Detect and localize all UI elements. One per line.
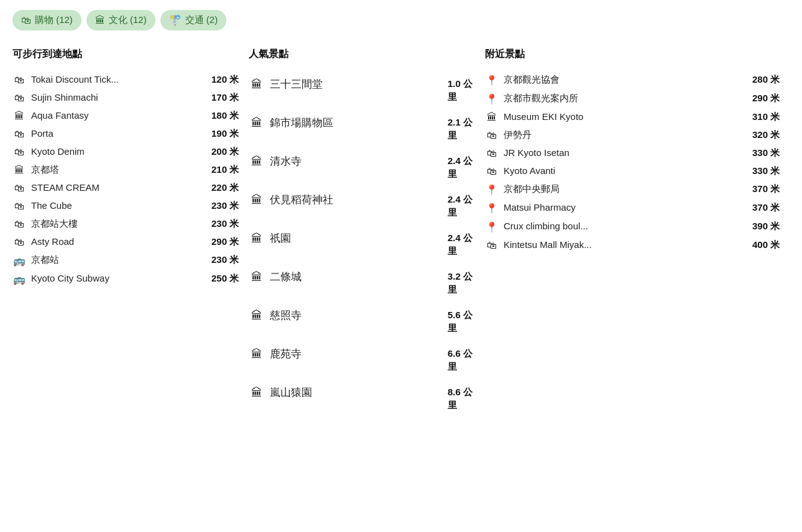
list-item[interactable]: 📍 京都觀光協會 280 米 <box>485 71 790 89</box>
list-item[interactable]: 📍 京都中央郵局 370 米 <box>485 180 790 199</box>
poi-name: 京都觀光協會 <box>504 74 747 86</box>
poi-distance: 320 米 <box>752 129 790 141</box>
poi-distance: 210 米 <box>211 164 249 176</box>
popular-header: 人氣景點 <box>249 48 485 61</box>
pin-icon: 📍 <box>485 221 499 233</box>
poi-distance: 390 米 <box>752 221 790 232</box>
list-item[interactable]: 🛍 京都站大樓 230 米 <box>12 215 249 233</box>
pin-icon: 📍 <box>485 93 499 105</box>
list-item[interactable]: 🏛 二條城 3.2 公 里 <box>249 264 485 302</box>
list-item[interactable]: 🚌 Kyoto City Subway 250 米 <box>12 270 249 288</box>
poi-name: Kyoto City Subway <box>31 273 206 283</box>
list-item[interactable]: 🏛 嵐山猿園 8.6 公 里 <box>249 379 485 418</box>
shopping-icon: 🛍 <box>12 75 26 86</box>
list-item[interactable]: 🛍 Sujin Shinmachi 170 米 <box>12 89 249 107</box>
list-item[interactable]: 🏛 三十三間堂 1.0 公 里 <box>249 71 485 109</box>
culture-icon: 🏛 <box>249 117 265 130</box>
list-item[interactable]: 🛍 The Cube 230 米 <box>12 197 249 215</box>
poi-distance: 280 米 <box>752 74 790 86</box>
shopping-icon: 🛍 <box>12 93 26 104</box>
poi-distance: 200 米 <box>211 146 249 158</box>
list-item[interactable]: 🛍 Kyoto Denim 200 米 <box>12 143 249 161</box>
poi-distance: 170 米 <box>211 92 249 104</box>
poi-distance: 290 米 <box>752 93 790 104</box>
poi-name: JR Kyoto Isetan <box>504 147 747 158</box>
poi-name: 祇園 <box>270 231 443 245</box>
adjacent-list: 📍 京都觀光協會 280 米 📍 京都市觀光案内所 290 米 🏛 Museum… <box>485 71 790 254</box>
nearby-header: 可步行到達地點 <box>12 48 249 61</box>
list-item[interactable]: 🏛 清水寺 2.4 公 里 <box>249 148 485 186</box>
poi-name: 京都塔 <box>31 164 206 176</box>
poi-name: 伊勢丹 <box>504 129 747 141</box>
tab-culture[interactable]: 🏛 文化 (12) <box>86 10 155 30</box>
shopping-icon: 🛍 <box>12 237 26 248</box>
tab-bar: 🛍 購物 (12) 🏛 文化 (12) 🚏 交通 (2) <box>12 10 790 30</box>
list-item[interactable]: 🏛 Aqua Fantasy 180 米 <box>12 107 249 125</box>
poi-name: Porta <box>31 128 206 139</box>
poi-name: Kintetsu Mall Miyak... <box>504 239 747 250</box>
poi-name: 京都站 <box>31 254 206 266</box>
poi-name: 嵐山猿園 <box>270 385 443 400</box>
shopping-icon: 🛍 <box>485 148 499 159</box>
list-item[interactable]: 🛍 Tokai Discount Tick... 120 米 <box>12 71 249 89</box>
poi-name: 三十三間堂 <box>270 77 443 91</box>
poi-name: 京都中央郵局 <box>504 183 747 195</box>
poi-name: 二條城 <box>270 270 443 284</box>
poi-distance: 190 米 <box>211 128 249 140</box>
main-content: 可步行到達地點 🛍 Tokai Discount Tick... 120 米 🛍… <box>12 48 790 418</box>
culture-icon: 🏛 <box>249 348 265 361</box>
poi-distance: 120 米 <box>211 74 249 86</box>
culture-icon: 🏛 <box>12 165 26 176</box>
poi-name: Crux climbing boul... <box>504 221 747 231</box>
list-item[interactable]: 🛍 JR Kyoto Isetan 330 米 <box>485 144 790 162</box>
nearby-list: 🛍 Tokai Discount Tick... 120 米 🛍 Sujin S… <box>12 71 249 288</box>
list-item[interactable]: 🏛 Museum EKI Kyoto 310 米 <box>485 108 790 126</box>
poi-distance: 370 米 <box>752 202 790 214</box>
tab-transport-label: 交通 (2) <box>185 14 218 26</box>
culture-icon: 🏛 <box>249 194 265 207</box>
poi-name: 慈照寺 <box>270 308 443 323</box>
culture-icon: 🏛 <box>249 232 265 245</box>
list-item[interactable]: 🛍 STEAM CREAM 220 米 <box>12 179 249 197</box>
poi-distance: 310 米 <box>752 111 790 123</box>
list-item[interactable]: 🏛 錦市場購物區 2.1 公 里 <box>249 109 485 148</box>
shopping-icon: 🛍 <box>21 15 31 26</box>
poi-distance: 290 米 <box>211 236 249 248</box>
list-item[interactable]: 🚌 京都站 230 米 <box>12 251 249 270</box>
poi-name: Sujin Shinmachi <box>31 92 206 103</box>
poi-distance: 5.6 公 里 <box>448 308 485 334</box>
poi-name: 京都站大樓 <box>31 218 206 230</box>
list-item[interactable]: 🏛 京都塔 210 米 <box>12 161 249 179</box>
list-item[interactable]: 🛍 Asty Road 290 米 <box>12 233 249 251</box>
shopping-icon: 🛍 <box>12 183 26 194</box>
tab-shopping[interactable]: 🛍 購物 (12) <box>12 10 81 30</box>
list-item[interactable]: 🛍 Kintetsu Mall Miyak... 400 米 <box>485 236 790 254</box>
poi-name: Kyoto Denim <box>31 146 206 157</box>
shopping-icon: 🛍 <box>12 219 26 230</box>
list-item[interactable]: 🏛 鹿苑寺 6.6 公 里 <box>249 341 485 379</box>
list-item[interactable]: 🏛 伏見稻荷神社 2.4 公 里 <box>249 186 485 225</box>
poi-distance: 250 米 <box>211 273 249 285</box>
tab-transport[interactable]: 🚏 交通 (2) <box>160 10 227 30</box>
transport-icon: 🚌 <box>12 273 26 285</box>
poi-name: 鹿苑寺 <box>270 347 443 361</box>
transport-icon: 🚌 <box>12 255 26 267</box>
list-item[interactable]: 🛍 Kyoto Avanti 330 米 <box>485 162 790 180</box>
poi-name: Aqua Fantasy <box>31 110 206 121</box>
culture-icon: 🏛 <box>249 271 265 284</box>
list-item[interactable]: 📍 Matsui Pharmacy 370 米 <box>485 199 790 218</box>
shopping-icon: 🛍 <box>485 166 499 177</box>
pin-icon: 📍 <box>485 75 499 86</box>
list-item[interactable]: 🏛 祇園 2.4 公 里 <box>249 225 485 264</box>
list-item[interactable]: 📍 Crux climbing boul... 390 米 <box>485 218 790 236</box>
list-item[interactable]: 🛍 伊勢丹 320 米 <box>485 126 790 144</box>
poi-name: 京都市觀光案内所 <box>504 93 747 104</box>
list-item[interactable]: 📍 京都市觀光案内所 290 米 <box>485 89 790 108</box>
list-item[interactable]: 🏛 慈照寺 5.6 公 里 <box>249 302 485 341</box>
culture-icon: 🏛 <box>249 78 265 91</box>
list-item[interactable]: 🛍 Porta 190 米 <box>12 125 249 143</box>
poi-name: STEAM CREAM <box>31 182 206 193</box>
poi-distance: 2.4 公 里 <box>448 193 485 219</box>
poi-name: The Cube <box>31 200 206 211</box>
tab-culture-label: 文化 (12) <box>109 14 147 26</box>
